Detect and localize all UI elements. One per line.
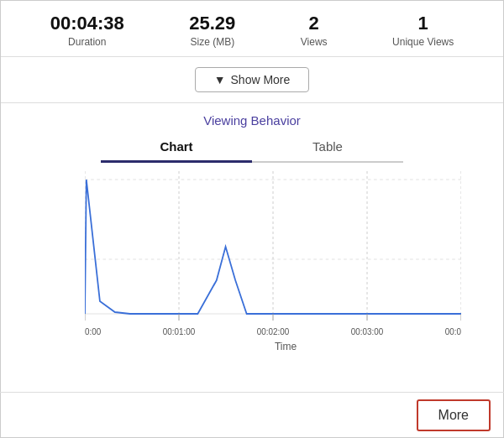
chart-area: 3 0 00:00:00 00:01:00 00:02:00 00:03:00 … [85,171,461,339]
more-button[interactable]: More [417,399,491,431]
unique-views-value: 1 [392,13,454,34]
duration-label: Duration [50,36,124,48]
svg-text:00:02:00: 00:02:00 [257,327,290,337]
unique-views-label: Unique Views [392,36,454,48]
svg-text:00:04:00: 00:04:00 [445,327,461,337]
views-label: Views [301,36,328,48]
views-value: 2 [301,13,328,34]
svg-text:00:03:00: 00:03:00 [351,327,384,337]
stat-duration: 00:04:38 Duration [50,13,124,48]
show-more-label: Show More [231,73,291,86]
chart-svg: 3 0 00:00:00 00:01:00 00:02:00 00:03:00 … [85,171,461,339]
tabs-row: Chart Table [1,133,503,163]
chevron-down-icon: ▼ [214,73,226,86]
stat-unique-views: 1 Unique Views [392,13,454,48]
duration-value: 00:04:38 [50,13,124,34]
size-label: Size (MB) [189,36,235,48]
show-more-button[interactable]: ▼ Show More [195,67,310,92]
svg-text:00:00:00: 00:00:00 [85,327,101,337]
svg-text:00:01:00: 00:01:00 [163,327,196,337]
show-more-row: ▼ Show More [1,57,503,103]
x-axis-label: Time [85,341,486,352]
chart-container: Views 3 0 00:00:00 00:0 [1,171,503,352]
stat-views: 2 Views [301,13,328,48]
footer: More [0,392,504,438]
tab-table[interactable]: Table [252,133,403,163]
tab-chart[interactable]: Chart [101,133,252,163]
stat-size: 25.29 Size (MB) [189,13,235,48]
stats-row: 00:04:38 Duration 25.29 Size (MB) 2 View… [1,1,503,57]
section-title: Viewing Behavior [1,113,503,128]
size-value: 25.29 [189,13,235,34]
